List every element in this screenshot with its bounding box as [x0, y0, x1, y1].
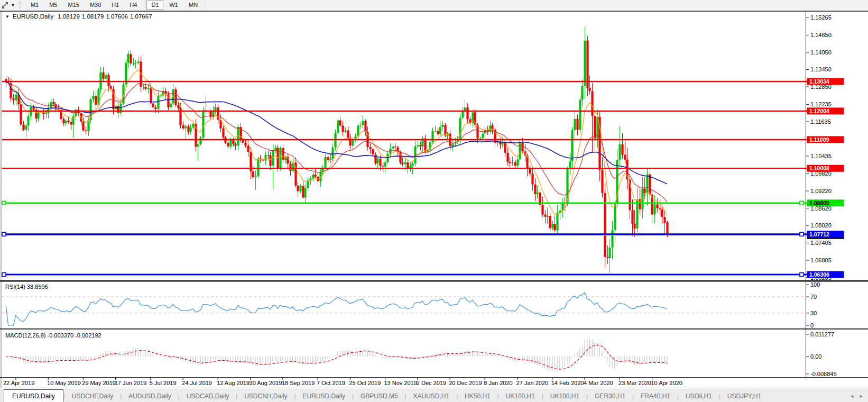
svg-text:17 Jun 2019: 17 Jun 2019 — [115, 380, 147, 386]
svg-text:1.12235: 1.12235 — [810, 101, 832, 107]
crosshair-cursor-icon[interactable] — [1, 2, 10, 9]
svg-text:0: 0 — [810, 322, 814, 328]
line-handle-left-1.06306[interactable] — [2, 273, 6, 277]
timeframe-toolbar: ▼ M1M5M15M30H1H4D1W1MN — [0, 0, 868, 11]
svg-text:1.10435: 1.10435 — [810, 153, 832, 159]
svg-text:4 Mar 2020: 4 Mar 2020 — [584, 380, 613, 386]
chart-tab-xauusd-h1-7[interactable]: XAUUSD,H1 — [406, 389, 456, 402]
chart-tab-uk100-h1-10[interactable]: UK100,H1 — [543, 389, 586, 402]
line-handle-left-1.08800[interactable] — [2, 201, 6, 205]
tab-scroll-right-button[interactable]: ► — [859, 394, 864, 399]
svg-text:1.13450: 1.13450 — [810, 66, 832, 72]
timeframe-button-M15[interactable]: M15 — [63, 1, 84, 10]
timeframe-button-W1[interactable]: W1 — [164, 1, 183, 10]
svg-text:14 Feb 2020: 14 Feb 2020 — [551, 380, 584, 386]
svg-text:20 Dec 2019: 20 Dec 2019 — [449, 380, 482, 386]
svg-text:1.11009: 1.11009 — [809, 136, 829, 143]
svg-text:29 May 2019: 29 May 2019 — [82, 380, 116, 386]
line-handle-right-1.08800[interactable] — [800, 201, 804, 205]
svg-text:1.14050: 1.14050 — [810, 49, 832, 56]
svg-text:70: 70 — [810, 294, 817, 300]
svg-text:1.06306: 1.06306 — [809, 271, 829, 278]
timeframe-buttons: M1M5M15M30H1H4D1W1MN — [25, 0, 207, 10]
svg-text:1.07712: 1.07712 — [809, 231, 829, 237]
svg-text:1.09220: 1.09220 — [810, 188, 832, 194]
macd-label: MACD(12,26,9) -0.003370 -0.002192 — [5, 332, 101, 339]
high-value: 1.08179 — [82, 13, 104, 20]
line-handle-left-1.07712[interactable] — [2, 232, 6, 236]
chart-tab-usdchf-daily-1[interactable]: USDCHF,Daily — [65, 389, 121, 402]
chevron-down-icon[interactable]: ▼ — [11, 3, 15, 8]
timeframe-button-M5[interactable]: M5 — [44, 1, 62, 10]
timeframe-button-M30[interactable]: M30 — [85, 1, 106, 10]
svg-text:2 Dec 2019: 2 Dec 2019 — [417, 380, 446, 386]
svg-text:5 Jul 2019: 5 Jul 2019 — [150, 380, 177, 386]
rsi-label: RSI(14) 38.8596 — [5, 284, 48, 290]
svg-text:1.13034: 1.13034 — [809, 78, 829, 85]
rsi-value: 38.8596 — [27, 284, 48, 290]
symbol-label: EURUSD,Daily — [13, 13, 53, 20]
chart-tab-eurusd-daily-0[interactable]: EURUSD,Daily — [4, 389, 63, 402]
chart-tab-ger30-h1-11[interactable]: GER30,H1 — [588, 389, 632, 402]
svg-text:23 Mar 2020: 23 Mar 2020 — [618, 380, 651, 386]
chart-canvas[interactable]: 1.152651.146501.140501.134501.128501.122… — [0, 0, 868, 402]
chart-tab-usdcnh-daily-4[interactable]: USDCNH,Daily — [237, 389, 294, 402]
chart-tab-hk50-h1-8[interactable]: HK50,H1 — [458, 389, 497, 402]
svg-text:1.08020: 1.08020 — [810, 222, 832, 229]
close-value: 1.07667 — [130, 13, 152, 20]
chart-tab-usdcad-daily-3[interactable]: USDCAD,Daily — [180, 389, 236, 402]
timeframe-button-H4[interactable]: H4 — [125, 1, 142, 10]
svg-text:7 Oct 2019: 7 Oct 2019 — [317, 380, 345, 386]
svg-text:1.07405: 1.07405 — [810, 240, 832, 246]
low-value: 1.07606 — [106, 13, 128, 20]
svg-text:1.15265: 1.15265 — [810, 14, 832, 21]
svg-text:1.11635: 1.11635 — [810, 118, 831, 125]
svg-text:13 Nov 2019: 13 Nov 2019 — [384, 380, 417, 386]
chart-tab-fra40-h1-12[interactable]: FRA40,H1 — [634, 389, 677, 402]
svg-text:1.10008: 1.10008 — [809, 165, 829, 171]
svg-text:0.011277: 0.011277 — [810, 331, 834, 337]
chart-tabs: EURUSD,Daily|USDCHF,Daily|AUDUSD,Daily|U… — [0, 389, 845, 402]
svg-text:30 Aug 2019: 30 Aug 2019 — [250, 380, 282, 386]
chart-tab-gbpusd-m5-6[interactable]: GBPUSD,M5 — [354, 389, 405, 402]
svg-text:100: 100 — [810, 281, 820, 288]
svg-text:-0.008845: -0.008845 — [810, 371, 837, 377]
svg-text:1.14650: 1.14650 — [810, 32, 832, 38]
svg-text:1.12004: 1.12004 — [809, 108, 829, 114]
svg-text:10 Apr 2020: 10 Apr 2020 — [651, 380, 682, 386]
svg-text:1.08800: 1.08800 — [809, 200, 829, 206]
chart-tab-eurusd-daily-5[interactable]: EURUSD,Daily — [296, 389, 352, 402]
macd-values: -0.003370 -0.002192 — [47, 332, 101, 339]
line-handle-right-1.07712[interactable] — [800, 232, 804, 236]
svg-text:12 Aug 2019: 12 Aug 2019 — [217, 380, 250, 386]
timeframe-button-M1[interactable]: M1 — [26, 1, 43, 10]
svg-text:18 Sep 2019: 18 Sep 2019 — [282, 380, 315, 386]
chart-tab-audusd-daily-2[interactable]: AUDUSD,Daily — [122, 389, 178, 402]
chart-tab-usoil-h1-13[interactable]: USOil,H1 — [679, 389, 719, 402]
chart-tab-uk100-h1-9[interactable]: UK100,H1 — [499, 389, 542, 402]
svg-text:10 May 2019: 10 May 2019 — [47, 380, 81, 386]
collapse-triangle-icon[interactable]: ▼ — [5, 14, 10, 19]
timeframe-button-MN[interactable]: MN — [184, 1, 202, 10]
svg-text:1.06805: 1.06805 — [810, 257, 832, 263]
svg-text:22 Apr 2019: 22 Apr 2019 — [3, 380, 34, 386]
svg-text:0.00: 0.00 — [810, 353, 821, 360]
timeframe-button-D1[interactable]: D1 — [146, 1, 163, 10]
tab-scroll-left-button[interactable]: ◄ — [849, 394, 854, 399]
svg-text:27 Jan 2020: 27 Jan 2020 — [516, 380, 549, 386]
svg-text:25 Oct 2019: 25 Oct 2019 — [349, 380, 381, 386]
svg-text:30: 30 — [810, 310, 817, 316]
svg-text:24 Jul 2019: 24 Jul 2019 — [182, 380, 212, 386]
chart-ohlc-header: ▼EURUSD,Daily1.081291.081791.076061.0766… — [5, 13, 154, 20]
chart-tab-bar: EURUSD,Daily|USDCHF,Daily|AUDUSD,Daily|U… — [0, 389, 868, 402]
chart-tab-usdjpy-h1-14[interactable]: USDJPY,H1 — [721, 389, 768, 402]
timeframe-button-H1[interactable]: H1 — [107, 1, 124, 10]
line-handle-right-1.06306[interactable] — [800, 273, 804, 277]
svg-text:8 Jan 2020: 8 Jan 2020 — [484, 380, 512, 386]
toolbar-grip — [20, 2, 23, 8]
open-value: 1.08129 — [58, 13, 80, 20]
